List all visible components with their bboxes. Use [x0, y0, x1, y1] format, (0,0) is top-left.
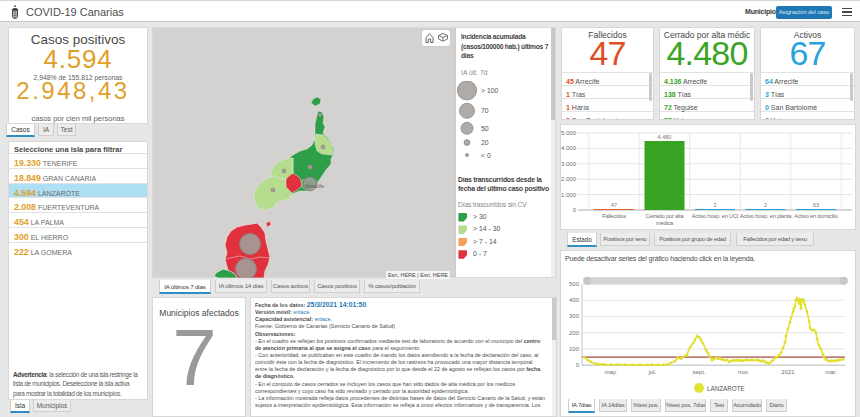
svg-text:< 0: < 0	[481, 152, 491, 159]
svg-text:sept.: sept.	[692, 369, 705, 375]
svg-text:> 100: > 100	[481, 87, 499, 94]
svg-text:400: 400	[569, 297, 580, 303]
svg-text:Activo hosp. en UCI: Activo hosp. en UCI	[692, 213, 739, 219]
svg-text:47: 47	[611, 202, 617, 208]
svg-text:Fallecidos: Fallecidos	[602, 213, 626, 219]
svg-text:LANZAROTE: LANZAROTE	[707, 385, 745, 392]
svg-text:2: 2	[713, 202, 716, 208]
svg-text:Activo en domicilio: Activo en domicilio	[794, 213, 837, 219]
svg-text:Cerrado por alta: Cerrado por alta	[646, 213, 685, 219]
svg-text:médica: médica	[656, 220, 674, 226]
svg-text:50: 50	[481, 125, 489, 132]
svg-text:20: 20	[481, 139, 489, 146]
svg-text:3.000: 3.000	[561, 161, 577, 167]
svg-text:500: 500	[569, 281, 580, 287]
svg-text:Activo hosp. en planta: Activo hosp. en planta	[740, 213, 793, 219]
svg-text:0: 0	[576, 362, 580, 368]
svg-text:1.000: 1.000	[561, 192, 577, 198]
svg-text:Arrecife: Arrecife	[305, 183, 324, 189]
svg-text:63: 63	[813, 202, 819, 208]
svg-text:jul.: jul.	[648, 369, 657, 375]
svg-text:100: 100	[569, 346, 580, 352]
svg-text:2021: 2021	[781, 369, 795, 375]
svg-text:5.000: 5.000	[561, 130, 577, 136]
svg-text:300: 300	[569, 313, 580, 319]
svg-text:4.000: 4.000	[561, 145, 577, 151]
svg-text:70: 70	[481, 107, 489, 114]
svg-text:4.480: 4.480	[658, 134, 672, 140]
svg-text:200: 200	[569, 330, 580, 336]
svg-text:2.000: 2.000	[561, 176, 577, 182]
svg-text:may.: may.	[605, 369, 618, 375]
svg-text:mar.: mar.	[825, 369, 837, 375]
svg-text:0: 0	[573, 207, 577, 213]
svg-text:nov.: nov.	[738, 369, 749, 375]
svg-text:2: 2	[764, 202, 767, 208]
